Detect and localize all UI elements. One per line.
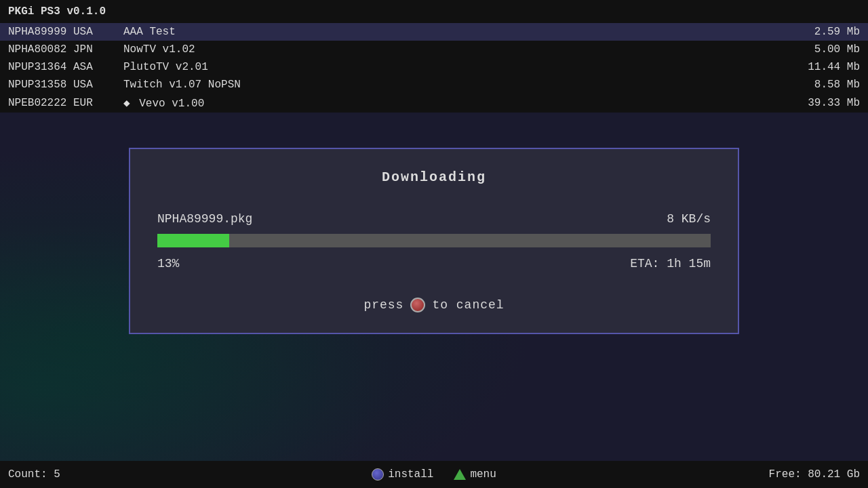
- pkg-size: 2.59 Mb: [778, 26, 860, 38]
- progress-percent: 13%: [157, 257, 179, 270]
- dialog-title: Downloading: [157, 169, 711, 185]
- pkg-name: ◆ Vevo v1.00: [123, 96, 778, 110]
- status-bar: Count: 5 install menu Free: 80.21 Gb: [0, 461, 868, 488]
- main-area: Downloading NPHA89999.pkg 8 KB/s 13% ETA…: [0, 114, 868, 458]
- status-actions: install menu: [372, 468, 496, 481]
- table-row[interactable]: NPUP31358 USATwitch v1.07 NoPSN8.58 Mb: [0, 76, 868, 94]
- pkg-size: 39.33 Mb: [778, 97, 860, 109]
- pkg-id: NPEB02222 EUR: [8, 97, 123, 109]
- file-name: NPHA89999.pkg: [157, 212, 252, 226]
- install-label: install: [388, 468, 433, 481]
- pkg-name: Twitch v1.07 NoPSN: [123, 79, 778, 91]
- pkg-name: AAA Test: [123, 26, 778, 38]
- pkg-name: NowTV v1.02: [123, 43, 778, 56]
- free-space: Free: 80.21 Gb: [496, 468, 860, 481]
- menu-action[interactable]: menu: [454, 468, 496, 481]
- progress-eta: ETA: 1h 15m: [630, 257, 711, 270]
- progress-bar-container: [157, 234, 711, 247]
- pkg-id: NPUP31358 USA: [8, 79, 123, 91]
- table-row[interactable]: NPEB02222 EUR◆ Vevo v1.0039.33 Mb: [0, 94, 868, 113]
- pkg-id: NPHA80082 JPN: [8, 43, 123, 56]
- download-speed: 8 KB/s: [667, 212, 711, 226]
- pkg-id: NPHA89999 USA: [8, 26, 123, 38]
- status-count: Count: 5: [8, 468, 372, 481]
- pkg-size: 5.00 Mb: [778, 43, 860, 56]
- pkg-size: 11.44 Mb: [778, 61, 860, 73]
- pkg-id: NPUP31364 ASA: [8, 61, 123, 73]
- install-action[interactable]: install: [372, 468, 433, 481]
- progress-fill: [157, 234, 229, 247]
- pkg-size: 8.58 Mb: [778, 79, 860, 91]
- table-row[interactable]: NPHA80082 JPNNowTV v1.025.00 Mb: [0, 41, 868, 58]
- circle-button-icon[interactable]: [410, 298, 425, 312]
- triangle-button-icon: [454, 469, 466, 480]
- diamond-icon: ◆: [123, 98, 136, 110]
- app-title: PKGi PS3 v0.1.0: [8, 5, 106, 18]
- package-list: NPHA89999 USAAAA Test2.59 MbNPHA80082 JP…: [0, 23, 868, 113]
- file-info-row: NPHA89999.pkg 8 KB/s: [157, 212, 711, 226]
- table-row[interactable]: NPHA89999 USAAAA Test2.59 Mb: [0, 23, 868, 41]
- header-bar: PKGi PS3 v0.1.0: [0, 0, 868, 23]
- pkg-name: PlutoTV v2.01: [123, 61, 778, 73]
- cancel-prefix: press: [363, 298, 403, 312]
- cancel-row: press to cancel: [157, 298, 711, 312]
- table-row[interactable]: NPUP31364 ASAPlutoTV v2.0111.44 Mb: [0, 58, 868, 76]
- download-dialog: Downloading NPHA89999.pkg 8 KB/s 13% ETA…: [129, 148, 739, 334]
- progress-stats-row: 13% ETA: 1h 15m: [157, 257, 711, 270]
- x-button-icon: [372, 468, 384, 481]
- cancel-suffix: to cancel: [432, 298, 504, 312]
- menu-label: menu: [470, 468, 496, 481]
